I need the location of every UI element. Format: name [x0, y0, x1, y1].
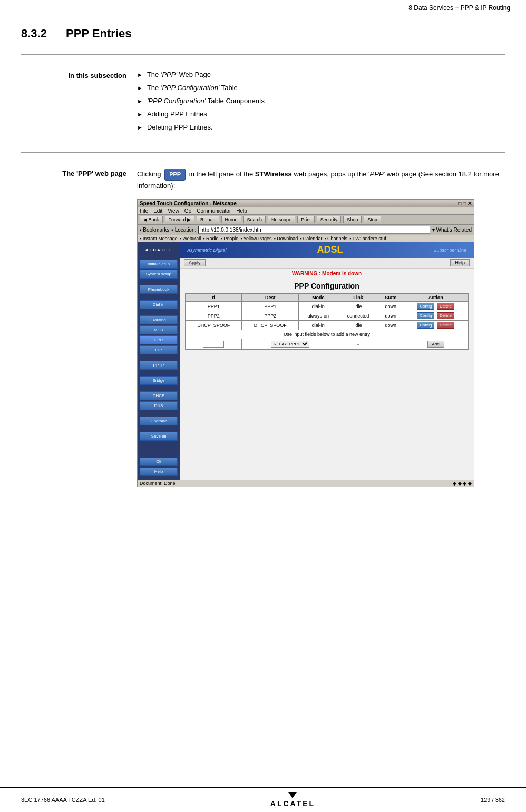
sidebar-dial-in[interactable]: Dial-in — [140, 300, 178, 309]
col-link: Link — [338, 294, 378, 302]
divider-3 — [21, 503, 505, 503]
browser-statusbar: Document: Done ◆ ◆ ◆ ◆ — [138, 480, 474, 487]
section-title: 8.3.2 PPP Entries — [21, 14, 505, 49]
bookmark-calendar[interactable]: ▪ Calendar — [300, 236, 322, 241]
body-paragraph: Clicking PPP in the left pane of the STW… — [137, 169, 505, 191]
help-button[interactable]: Help — [450, 259, 470, 266]
window-controls: □ □ ✕ — [458, 201, 472, 206]
nav-reload[interactable]: Reload — [197, 216, 219, 223]
menu-go[interactable]: Go — [184, 208, 191, 214]
sidebar-footer-links: Cli Help — [138, 442, 180, 478]
menu-view[interactable]: View — [168, 208, 179, 214]
sidebar-mcr[interactable]: MCR — [140, 325, 178, 334]
nav-shop[interactable]: Shop — [343, 216, 362, 223]
list-item: ► The 'PPP' Web Page — [137, 71, 505, 78]
cell-dest: PPP1 — [242, 302, 298, 311]
nav-stop[interactable]: Stop — [364, 216, 381, 223]
cell-dest: PPP2 — [242, 311, 298, 321]
alcatel-triangle-icon — [288, 792, 297, 798]
bullet-arrow-2: ► — [137, 85, 143, 91]
menu-edit[interactable]: Edit — [153, 208, 162, 214]
cell-link: idle — [338, 302, 378, 311]
list-item: ► Adding PPP Entries — [137, 110, 505, 118]
apply-button[interactable]: Apply — [184, 259, 206, 266]
sidebar-pptp[interactable]: PPTP — [140, 361, 178, 370]
add-entry-row: Use input fields below to add a new entr… — [186, 330, 469, 339]
col-dest: Dest — [242, 294, 298, 302]
location-input[interactable] — [198, 226, 430, 234]
sidebar-system-setup[interactable]: System setup — [140, 270, 178, 279]
alcatel-page: ALCATEL Initial Setup System setup Phone… — [138, 242, 474, 480]
sidebar-dns[interactable]: DNS — [140, 401, 178, 410]
bullet-arrow-4: ► — [137, 111, 143, 117]
sidebar-phonebook[interactable]: Phonebook — [140, 285, 178, 294]
cell-mode: dial-in — [298, 321, 338, 330]
bookmark-fw[interactable]: ▪ FW: andere stuf — [349, 236, 386, 241]
bookmark-channels[interactable]: ▪ Channels — [324, 236, 347, 241]
page-footer: 3EC 17766 AAAA TCZZA Ed. 01 ALCATEL 129 … — [0, 787, 526, 812]
alcatel-header-banner: Asymmetric Digital ADSL Subscriber Line — [180, 242, 474, 258]
bookmark-download[interactable]: ▪ Download — [274, 236, 298, 241]
browser-titlebar: Speed Touch Configuration - Netscape □ □… — [138, 200, 474, 207]
delete-button-3[interactable]: Delete — [437, 322, 454, 329]
col-if: If — [186, 294, 242, 302]
cell-state: down — [378, 311, 403, 321]
bookmark-instant-message[interactable]: ▪ Instant Message — [140, 236, 178, 241]
list-item: ► The 'PPP Configuration' Table — [137, 84, 505, 92]
col-state: State — [378, 294, 403, 302]
nav-home[interactable]: Home — [221, 216, 241, 223]
alcatel-toolbar: Apply Help — [180, 258, 474, 269]
nav-search[interactable]: Search — [243, 216, 266, 223]
add-select-cell: RELAY_PPP1 — [242, 339, 338, 350]
bookmark-yellow-pages[interactable]: ▪ Yellow Pages — [240, 236, 271, 241]
add-entry-label: Use input fields below to add a new entr… — [284, 332, 370, 337]
subscriber-text: Subscriber Line — [433, 247, 466, 253]
nav-netscape[interactable]: Netscape — [268, 216, 295, 223]
delete-button-1[interactable]: Delete — [437, 303, 454, 310]
warning-text: WARNING : Modem is down — [180, 269, 474, 279]
menu-communicator[interactable]: Communicator — [197, 208, 231, 214]
delete-button-2[interactable]: Delete — [437, 312, 454, 319]
browser-nav-controls: ◀ Back Forward ▶ Reload Home Search Nets… — [138, 215, 474, 225]
nav-print[interactable]: Print — [297, 216, 315, 223]
bookmark-people[interactable]: ▪ People — [221, 236, 239, 241]
nav-security[interactable]: Security — [317, 216, 342, 223]
add-entry-button[interactable]: Add — [427, 341, 444, 348]
sidebar-upgrade[interactable]: Upgrade — [140, 417, 178, 425]
cell-action: Config Delete — [403, 321, 469, 330]
cell-state: down — [378, 302, 403, 311]
add-relay-select[interactable]: RELAY_PPP1 — [271, 341, 309, 348]
help-link[interactable]: Help — [140, 468, 178, 476]
config-button-1[interactable]: Config — [417, 303, 434, 310]
cell-dest: DHCP_SPOOF — [242, 321, 298, 330]
add-input-row: RELAY_PPP1 - Add — [186, 339, 469, 350]
nav-forward[interactable]: Forward ▶ — [165, 216, 195, 223]
bullet-arrow-1: ► — [137, 72, 143, 78]
nav-back[interactable]: ◀ Back — [140, 216, 163, 223]
menu-file[interactable]: File — [140, 208, 148, 214]
cli-link[interactable]: Cli — [140, 458, 178, 466]
sidebar-bridge[interactable]: Bridge — [140, 376, 178, 385]
add-button-cell: Add — [403, 339, 469, 350]
add-dash-cell: - — [338, 339, 378, 350]
section-title-text: PPP Entries — [66, 27, 131, 40]
browser-location-bar: ▪ Bookmarks ▪ Location: ▾ What's Related — [138, 225, 474, 235]
sidebar-save-all[interactable]: Save all — [140, 432, 178, 441]
sidebar-routing[interactable]: Routing — [140, 315, 178, 324]
sidebar-initial-setup[interactable]: Initial Setup — [140, 260, 178, 269]
alcatel-sidebar: ALCATEL Initial Setup System setup Phone… — [138, 242, 180, 480]
sidebar-dhcp[interactable]: DHCP — [140, 391, 178, 400]
bookmark-webmail[interactable]: ▪ WebMail — [180, 236, 201, 241]
cell-state: down — [378, 321, 403, 330]
add-if-input[interactable] — [203, 341, 224, 348]
config-button-2[interactable]: Config — [417, 312, 434, 319]
bookmark-radio[interactable]: ▪ Radio — [203, 236, 218, 241]
cell-if: DHCP_SPOOF — [186, 321, 242, 330]
sidebar-cip[interactable]: CIP — [140, 345, 178, 354]
ppp-web-page-content: Clicking PPP in the left pane of the STW… — [137, 169, 505, 487]
subsection-row: In this subsection ► The 'PPP' Web Page … — [21, 60, 505, 147]
config-button-3[interactable]: Config — [417, 322, 434, 329]
menu-help[interactable]: Help — [236, 208, 247, 214]
cell-if: PPP2 — [186, 311, 242, 321]
sidebar-ppp[interactable]: PPP — [140, 335, 178, 344]
